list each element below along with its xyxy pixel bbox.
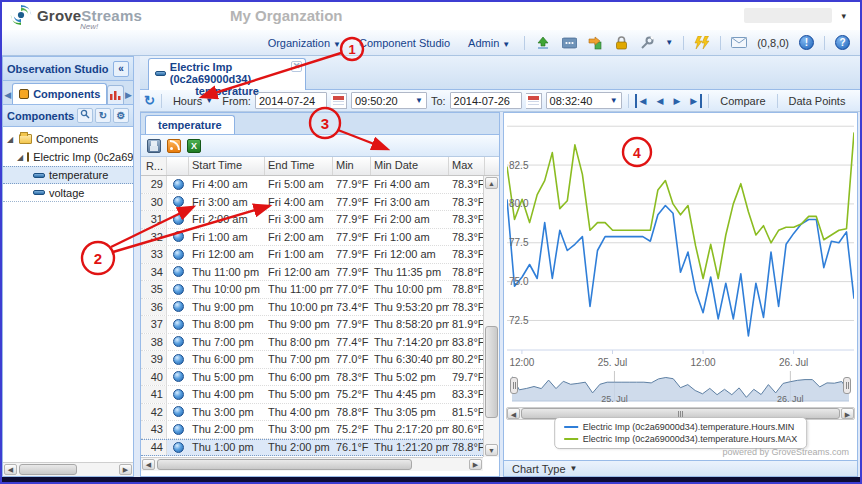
cell-end-time: Thu 9:00 pm	[265, 318, 333, 330]
user-menu-caret[interactable]: ▾	[841, 11, 846, 21]
table-row[interactable]: 37Thu 8:00 pmThu 9:00 pm77.9°FThu 8:58:2…	[141, 316, 499, 334]
last-page-icon[interactable]: ▶	[687, 94, 702, 108]
mail-icon[interactable]	[731, 35, 747, 51]
compare-button[interactable]: Compare	[715, 93, 770, 109]
table-row[interactable]: 33Fri 12:00 amFri 1:00 am77.9°FFri 12:00…	[141, 246, 499, 264]
table-row[interactable]: 44Thu 1:00 pmThu 2:00 pm76.1°FThu 1:21:2…	[141, 439, 499, 457]
next-page-icon[interactable]: ▶	[670, 94, 683, 108]
brand-logo[interactable]: GroveStreams New!	[10, 4, 142, 26]
scroll-left-icon[interactable]: ◀	[507, 408, 520, 419]
menu-organization[interactable]: Organization ▼	[264, 35, 345, 51]
tree-node-temperature[interactable]: temperature	[3, 166, 133, 184]
to-date-field[interactable]: 2014-07-26	[450, 92, 522, 109]
table-row[interactable]: 36Thu 9:00 pmThu 10:00 pm73.4°FThu 9:53:…	[141, 299, 499, 317]
data-points-button[interactable]: Data Points	[784, 93, 851, 109]
collapse-sidebar-button[interactable]: «	[113, 61, 129, 77]
cell-min-date: Fri 1:00 am	[371, 231, 449, 243]
cell-max: 81.5°F	[449, 406, 485, 418]
calendar-icon[interactable]	[526, 93, 542, 109]
table-row[interactable]: 31Fri 2:00 amFri 3:00 am77.9°FFri 2:00 a…	[141, 211, 499, 229]
user-name-redacted[interactable]	[744, 8, 832, 23]
cell-start-time: Thu 9:00 pm	[189, 301, 265, 313]
table-row[interactable]: 38Thu 7:00 pmThu 8:00 pm77.4°FThu 7:14:2…	[141, 334, 499, 352]
tab-electric-imp-temperature[interactable]: Electric Imp (0c2a69000d34) temperature …	[148, 58, 306, 90]
col-start-time[interactable]: Start Time	[189, 157, 265, 175]
upload-icon[interactable]	[535, 35, 551, 51]
expander-icon[interactable]: ◢	[7, 135, 15, 144]
alerts-icon[interactable]: !	[799, 35, 814, 50]
scroll-right-icon[interactable]: ▶	[119, 464, 132, 475]
scrollbar-thumb[interactable]	[485, 326, 498, 418]
cell-min: 77.9°F	[333, 213, 371, 225]
col-min-date[interactable]: Min Date	[371, 157, 449, 175]
save-icon[interactable]	[147, 139, 161, 153]
tab-scroll-right-icon[interactable]: ▶	[124, 86, 133, 104]
navigator-right-handle[interactable]	[843, 377, 851, 394]
col-row-number[interactable]: R...	[141, 157, 167, 175]
chart-type-dropdown[interactable]: Chart Type ▼	[504, 460, 857, 476]
scroll-up-icon[interactable]: ▲	[485, 177, 498, 189]
scroll-right-icon[interactable]: ▶	[841, 408, 854, 419]
table-row[interactable]: 34Thu 11:00 pmFri 12:00 am77.9°FThu 11:3…	[141, 264, 499, 282]
scroll-left-icon[interactable]: ◀	[4, 464, 17, 475]
tools-caret-icon[interactable]: ▼	[665, 38, 673, 47]
search-icon[interactable]	[77, 108, 93, 123]
sidebar-horizontal-scrollbar[interactable]: ◀ ▶	[3, 462, 133, 476]
excel-export-icon[interactable]: X	[187, 139, 201, 153]
table-row[interactable]: 43Thu 2:00 pmThu 3:00 pm75.2°FThu 2:17:2…	[141, 421, 499, 439]
tree-node-electric-imp[interactable]: ◢ Electric Imp (0c2a69000d3	[3, 148, 133, 166]
stream-card-icon[interactable]	[561, 35, 577, 51]
scrollbar-thumb[interactable]	[157, 459, 412, 470]
menu-admin[interactable]: Admin ▼	[464, 35, 514, 51]
previous-page-icon[interactable]: ◀	[654, 94, 667, 108]
tab-charts[interactable]	[107, 85, 123, 104]
help-icon[interactable]: ?	[835, 35, 850, 50]
refresh-icon[interactable]: ↻	[95, 108, 111, 123]
table-row[interactable]: 42Thu 3:00 pmThu 4:00 pm78.8°FThu 3:05 p…	[141, 404, 499, 422]
calendar-icon[interactable]	[331, 93, 347, 109]
chart-navigator[interactable]: 25. Jul26. Jul	[512, 371, 849, 405]
col-icon[interactable]	[167, 157, 189, 175]
menu-component-studio[interactable]: Component Studio	[355, 35, 454, 51]
legend-item[interactable]: Electric Imp (0c2a69000d34).temperature.…	[564, 421, 798, 433]
table-row[interactable]: 40Thu 5:00 pmThu 6:00 pm78.3°FThu 5:02 p…	[141, 369, 499, 387]
col-min[interactable]: Min	[333, 157, 371, 175]
scroll-down-icon[interactable]: ▼	[485, 444, 498, 456]
table-row[interactable]: 35Thu 10:00 pmThu 11:00 pm77.0°FThu 10:0…	[141, 281, 499, 299]
tab-components[interactable]: Components	[12, 83, 107, 104]
chevron-down-icon: ▼	[610, 96, 618, 105]
table-row[interactable]: 39Thu 6:00 pmThu 7:00 pm77.0°FThu 6:30:4…	[141, 351, 499, 369]
to-time-field[interactable]: 08:32:40▼	[546, 92, 622, 109]
sidebar-header: Observation Studio «	[3, 57, 133, 81]
legend-item[interactable]: Electric Imp (0c2a69000d34).temperature.…	[564, 433, 798, 445]
import-icon[interactable]	[587, 35, 603, 51]
table-vertical-scrollbar[interactable]: ▲ ▼	[483, 176, 499, 457]
scroll-left-icon[interactable]: ◀	[142, 459, 155, 470]
first-page-icon[interactable]: ◀	[635, 94, 650, 108]
expander-icon[interactable]: ◢	[17, 153, 23, 162]
table-row[interactable]: 29Fri 4:00 amFri 5:00 am77.9°FFri 4:00 a…	[141, 176, 499, 194]
events-lightning-icon[interactable]	[694, 35, 710, 51]
col-end-time[interactable]: End Time	[265, 157, 333, 175]
tab-scroll-left-icon[interactable]: ◀	[3, 86, 12, 104]
cell-min-date: Fri 3:00 am	[371, 196, 449, 208]
refresh-icon[interactable]: ↻	[144, 93, 155, 108]
col-max[interactable]: Max	[449, 157, 485, 175]
tree-node-voltage[interactable]: voltage	[3, 184, 133, 202]
rss-icon[interactable]	[167, 139, 181, 153]
navigator-left-handle[interactable]	[510, 377, 518, 394]
table-row[interactable]: 32Fri 1:00 amFri 2:00 am77.9°FFri 1:00 a…	[141, 229, 499, 247]
gear-icon[interactable]: ⚙	[113, 108, 129, 123]
table-horizontal-scrollbar[interactable]: ◀ ▶	[141, 457, 483, 471]
scrollbar-thumb[interactable]	[19, 464, 77, 475]
tools-icon[interactable]	[639, 35, 655, 51]
tree-node-components[interactable]: ◢ Components	[3, 130, 133, 148]
temperature-line-chart[interactable]: 72.575.077.580.082.5	[507, 116, 854, 356]
scroll-right-icon[interactable]: ▶	[469, 459, 482, 470]
security-lock-icon[interactable]	[613, 35, 629, 51]
from-time-field[interactable]: 09:50:20▼	[351, 92, 427, 109]
table-row[interactable]: 41Thu 4:00 pmThu 5:00 pm75.2°FThu 4:45 p…	[141, 386, 499, 404]
tab-temperature[interactable]: temperature	[145, 115, 235, 134]
table-row[interactable]: 30Fri 3:00 amFri 4:00 am77.9°FFri 3:00 a…	[141, 194, 499, 212]
close-icon[interactable]: ✕	[291, 61, 302, 72]
